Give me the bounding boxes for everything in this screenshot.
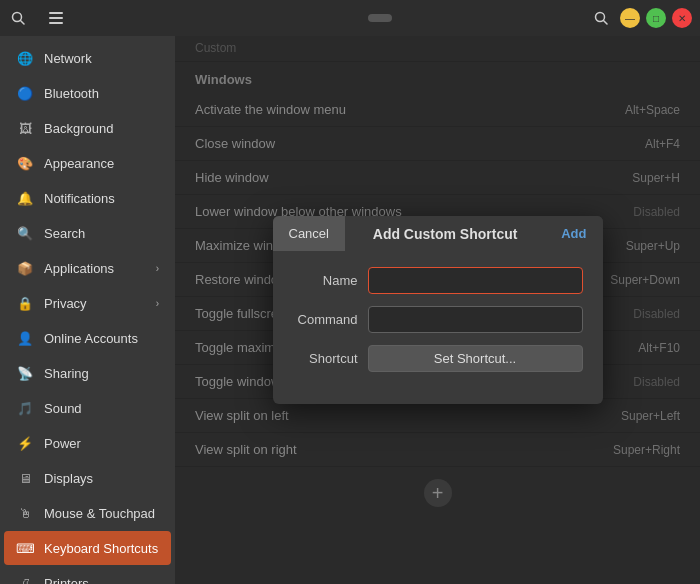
search-icon: 🔍 bbox=[16, 224, 34, 242]
sidebar-item-appearance[interactable]: 🎨 Appearance bbox=[4, 146, 171, 180]
command-input[interactable] bbox=[368, 306, 583, 333]
set-shortcut-button[interactable]: Set Shortcut... bbox=[368, 345, 583, 372]
command-label: Command bbox=[293, 312, 368, 327]
sidebar-item-sharing[interactable]: 📡 Sharing bbox=[4, 356, 171, 390]
sidebar-item-label: Background bbox=[44, 121, 159, 136]
window-minimize-button[interactable]: — bbox=[620, 8, 640, 28]
search-button[interactable] bbox=[588, 5, 614, 31]
shortcut-label: Shortcut bbox=[293, 351, 368, 366]
chevron-icon: › bbox=[156, 263, 159, 274]
appearance-icon: 🎨 bbox=[16, 154, 34, 172]
sidebar-item-applications[interactable]: 📦 Applications › bbox=[4, 251, 171, 285]
name-input[interactable] bbox=[368, 267, 583, 294]
privacy-icon: 🔒 bbox=[16, 294, 34, 312]
dialog-title: Add Custom Shortcut bbox=[345, 226, 545, 242]
svg-line-1 bbox=[21, 21, 25, 25]
sidebar-item-power[interactable]: ⚡ Power bbox=[4, 426, 171, 460]
content-area: CustomWindows Activate the window menu A… bbox=[175, 36, 700, 584]
sidebar-item-displays[interactable]: 🖥 Displays bbox=[4, 461, 171, 495]
dialog-overlay: Cancel Add Custom Shortcut Add Name Comm… bbox=[175, 36, 700, 584]
titlebar-center bbox=[183, 14, 588, 22]
mouse-touchpad-icon: 🖱 bbox=[16, 504, 34, 522]
command-field: Command bbox=[293, 306, 583, 333]
sidebar-item-label: Bluetooth bbox=[44, 86, 159, 101]
titlebar-left bbox=[8, 6, 183, 30]
keyboard-shortcuts-icon: ⌨ bbox=[16, 539, 34, 557]
titlebar: — □ ✕ bbox=[0, 0, 700, 36]
sidebar-item-printers[interactable]: 🖨 Printers bbox=[4, 566, 171, 584]
titlebar-search-icon[interactable] bbox=[8, 8, 28, 28]
applications-icon: 📦 bbox=[16, 259, 34, 277]
sidebar-item-keyboard-shortcuts[interactable]: ⌨ Keyboard Shortcuts bbox=[4, 531, 171, 565]
printers-icon: 🖨 bbox=[16, 574, 34, 584]
sidebar-item-mouse-touchpad[interactable]: 🖱 Mouse & Touchpad bbox=[4, 496, 171, 530]
shortcut-field: Shortcut Set Shortcut... bbox=[293, 345, 583, 372]
sidebar-item-label: Applications bbox=[44, 261, 146, 276]
sidebar-item-label: Privacy bbox=[44, 296, 146, 311]
window-close-button[interactable]: ✕ bbox=[672, 8, 692, 28]
add-shortcut-dialog: Cancel Add Custom Shortcut Add Name Comm… bbox=[273, 216, 603, 404]
sidebar-item-network[interactable]: 🌐 Network bbox=[4, 41, 171, 75]
dialog-add-button[interactable]: Add bbox=[545, 216, 602, 251]
sidebar-item-background[interactable]: 🖼 Background bbox=[4, 111, 171, 145]
sidebar-item-label: Sharing bbox=[44, 366, 159, 381]
sidebar-item-label: Power bbox=[44, 436, 159, 451]
dialog-body: Name Command Shortcut Set Shortcut... bbox=[273, 251, 603, 404]
sidebar: 🌐 Network 🔵 Bluetooth 🖼 Background 🎨 App… bbox=[0, 36, 175, 584]
background-icon: 🖼 bbox=[16, 119, 34, 137]
name-field: Name bbox=[293, 267, 583, 294]
menu-button[interactable] bbox=[44, 6, 68, 30]
power-icon: ⚡ bbox=[16, 434, 34, 452]
svg-line-3 bbox=[604, 21, 608, 25]
chevron-icon: › bbox=[156, 298, 159, 309]
sidebar-item-bluetooth[interactable]: 🔵 Bluetooth bbox=[4, 76, 171, 110]
displays-icon: 🖥 bbox=[16, 469, 34, 487]
sidebar-item-label: Mouse & Touchpad bbox=[44, 506, 159, 521]
name-label: Name bbox=[293, 273, 368, 288]
dialog-cancel-button[interactable]: Cancel bbox=[273, 216, 345, 251]
sidebar-item-label: Appearance bbox=[44, 156, 159, 171]
sidebar-item-search[interactable]: 🔍 Search bbox=[4, 216, 171, 250]
sidebar-item-label: Sound bbox=[44, 401, 159, 416]
sidebar-item-online-accounts[interactable]: 👤 Online Accounts bbox=[4, 321, 171, 355]
sidebar-item-label: Displays bbox=[44, 471, 159, 486]
sidebar-item-notifications[interactable]: 🔔 Notifications bbox=[4, 181, 171, 215]
sidebar-item-label: Online Accounts bbox=[44, 331, 159, 346]
dialog-header: Cancel Add Custom Shortcut Add bbox=[273, 216, 603, 251]
online-accounts-icon: 👤 bbox=[16, 329, 34, 347]
sidebar-item-label: Keyboard Shortcuts bbox=[44, 541, 159, 556]
sidebar-item-privacy[interactable]: 🔒 Privacy › bbox=[4, 286, 171, 320]
network-icon: 🌐 bbox=[16, 49, 34, 67]
titlebar-right: — □ ✕ bbox=[588, 5, 692, 31]
sharing-icon: 📡 bbox=[16, 364, 34, 382]
window-maximize-button[interactable]: □ bbox=[646, 8, 666, 28]
reset-all-button[interactable] bbox=[368, 14, 392, 22]
sidebar-item-label: Notifications bbox=[44, 191, 159, 206]
sidebar-item-label: Network bbox=[44, 51, 159, 66]
bluetooth-icon: 🔵 bbox=[16, 84, 34, 102]
notifications-icon: 🔔 bbox=[16, 189, 34, 207]
sidebar-item-label: Printers bbox=[44, 576, 159, 585]
main-layout: 🌐 Network 🔵 Bluetooth 🖼 Background 🎨 App… bbox=[0, 36, 700, 584]
sidebar-item-label: Search bbox=[44, 226, 159, 241]
sound-icon: 🎵 bbox=[16, 399, 34, 417]
sidebar-item-sound[interactable]: 🎵 Sound bbox=[4, 391, 171, 425]
